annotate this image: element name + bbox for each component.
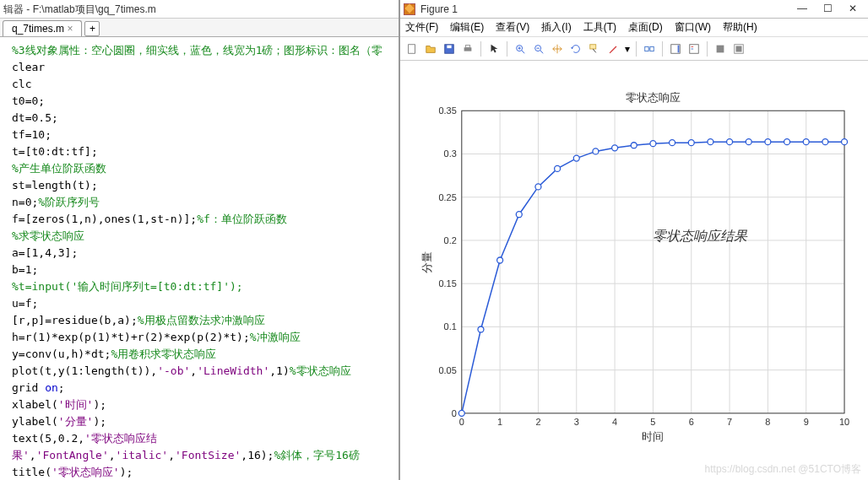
svg-line-10 — [540, 50, 544, 53]
svg-point-68 — [535, 184, 541, 190]
svg-text:零状态响应: 零状态响应 — [626, 91, 681, 104]
code-line: h=r(1)*exp(p(1)*t)+r(2)*exp(p(2)*t);%冲激响… — [12, 329, 395, 346]
svg-point-78 — [727, 139, 733, 145]
minimize-button[interactable]: — — [790, 2, 814, 17]
svg-point-76 — [688, 140, 694, 146]
code-line: %3线对象属性：空心圆圈，细实线，蓝色，线宽为1磅；图形标识：图名（零 — [12, 42, 395, 59]
code-line: %求零状态响应 — [12, 228, 395, 245]
colorbar-icon[interactable] — [667, 40, 684, 57]
new-tab-button[interactable]: + — [84, 21, 100, 36]
new-icon[interactable] — [404, 40, 420, 57]
svg-text:1: 1 — [497, 417, 502, 427]
svg-text:0.2: 0.2 — [444, 235, 457, 245]
legend-icon[interactable] — [686, 40, 703, 57]
code-line: %t=input('输入时间序列t=[t0:dt:tf]'); — [12, 278, 395, 295]
svg-rect-22 — [717, 45, 724, 52]
svg-text:0.05: 0.05 — [439, 365, 457, 375]
svg-text:0: 0 — [459, 417, 464, 427]
code-line: b=1; — [12, 262, 395, 278]
print-icon[interactable] — [459, 40, 476, 57]
svg-text:分量: 分量 — [420, 251, 433, 273]
code-line: f=[zeros(1,n),ones(1,st-n)];%f：单位阶跃函数 — [12, 211, 395, 228]
svg-rect-19 — [690, 44, 699, 53]
editor-pane: 辑器 - F:\matlab项目\gq_7times.m q_7times.m … — [0, 0, 399, 480]
brush-icon[interactable] — [605, 40, 621, 57]
svg-line-6 — [522, 50, 525, 53]
editor-tabstrip: q_7times.m × + — [0, 19, 399, 37]
svg-text:零状态响应结果: 零状态响应结果 — [653, 229, 748, 243]
svg-text:10: 10 — [839, 417, 849, 427]
svg-rect-4 — [465, 45, 469, 47]
menu-item[interactable]: 编辑(E) — [450, 20, 484, 35]
svg-text:0.15: 0.15 — [439, 278, 457, 289]
maximize-button[interactable]: ☐ — [816, 2, 839, 17]
datatip-icon[interactable] — [586, 40, 603, 57]
chart: 01234567891000.050.10.150.20.250.30.35零状… — [415, 73, 853, 477]
show-tools-icon[interactable] — [730, 40, 747, 57]
svg-point-83 — [822, 139, 828, 145]
svg-point-71 — [593, 148, 599, 154]
svg-point-80 — [765, 139, 771, 145]
svg-text:0.3: 0.3 — [444, 148, 457, 159]
svg-rect-24 — [736, 46, 742, 51]
code-line: %产生单位阶跃函数 — [12, 160, 395, 177]
pan-icon[interactable] — [549, 40, 566, 57]
code-area[interactable]: %3线对象属性：空心圆圈，细实线，蓝色，线宽为1磅；图形标识：图名（零clear… — [0, 37, 399, 480]
plot-area: 01234567891000.050.10.150.20.250.30.35零状… — [400, 61, 868, 480]
svg-point-84 — [842, 139, 848, 145]
code-line: tf=10; — [12, 127, 395, 143]
rotate-icon[interactable] — [567, 40, 584, 57]
code-line: xlabel('时间'); — [12, 396, 395, 413]
zoom-out-icon[interactable] — [530, 40, 547, 57]
menu-item[interactable]: 查看(V) — [496, 20, 529, 35]
matlab-icon — [404, 3, 415, 15]
code-line: grid on; — [12, 380, 395, 396]
svg-point-69 — [555, 165, 561, 171]
code-line: title('零状态响应'); — [12, 464, 395, 480]
pointer-icon[interactable] — [486, 40, 502, 57]
code-line: y=conv(u,h)*dt;%用卷积求零状态响应 — [12, 346, 395, 363]
code-line: ylabel('分量'); — [12, 413, 395, 430]
svg-text:7: 7 — [727, 417, 732, 427]
svg-point-67 — [516, 212, 522, 218]
save-icon[interactable] — [441, 40, 458, 57]
code-line: t=[t0:dt:tf]; — [12, 143, 395, 160]
close-button[interactable]: ✕ — [841, 2, 865, 17]
svg-text:0.35: 0.35 — [439, 105, 457, 116]
svg-text:9: 9 — [804, 417, 809, 427]
link-icon[interactable] — [641, 40, 658, 57]
code-line: dt=0.5; — [12, 110, 395, 127]
svg-point-65 — [478, 326, 484, 332]
svg-rect-3 — [464, 47, 472, 51]
tab-close-icon[interactable]: × — [67, 23, 73, 35]
code-line: clear — [12, 59, 395, 76]
menu-item[interactable]: 窗口(W) — [675, 20, 711, 35]
figure-menubar: 文件(F)编辑(E)查看(V)插入(I)工具(T)桌面(D)窗口(W)帮助(H) — [400, 19, 868, 37]
svg-point-79 — [746, 139, 751, 145]
menu-item[interactable]: 插入(I) — [541, 20, 571, 35]
hide-tools-icon[interactable] — [712, 40, 729, 57]
menu-item[interactable]: 帮助(H) — [723, 20, 757, 35]
code-line: plot(t,y(1:length(t)),'-ob','LineWidth',… — [12, 363, 395, 380]
brush-dropdown-icon[interactable]: ▾ — [623, 40, 632, 57]
svg-line-13 — [593, 49, 596, 52]
menu-item[interactable]: 桌面(D) — [628, 20, 663, 35]
svg-text:3: 3 — [574, 417, 579, 427]
code-line: clc — [12, 76, 395, 93]
menu-item[interactable]: 文件(F) — [405, 20, 438, 35]
menu-item[interactable]: 工具(T) — [583, 20, 616, 35]
zoom-in-icon[interactable] — [512, 40, 529, 57]
svg-point-72 — [612, 145, 618, 151]
svg-text:时间: 时间 — [642, 430, 664, 443]
svg-rect-12 — [590, 44, 596, 48]
svg-text:5: 5 — [650, 417, 655, 427]
code-line: a=[1,4,3]; — [12, 245, 395, 262]
svg-rect-0 — [409, 44, 415, 53]
code-line: text(5,0.2,'零状态响应结果','FontAngle','italic… — [12, 430, 395, 464]
code-line: st=length(t); — [12, 177, 395, 194]
svg-point-81 — [784, 139, 790, 145]
figure-title: Figure 1 — [420, 3, 458, 15]
svg-text:4: 4 — [612, 417, 617, 427]
file-tab[interactable]: q_7times.m × — [3, 20, 82, 36]
open-icon[interactable] — [422, 40, 439, 57]
